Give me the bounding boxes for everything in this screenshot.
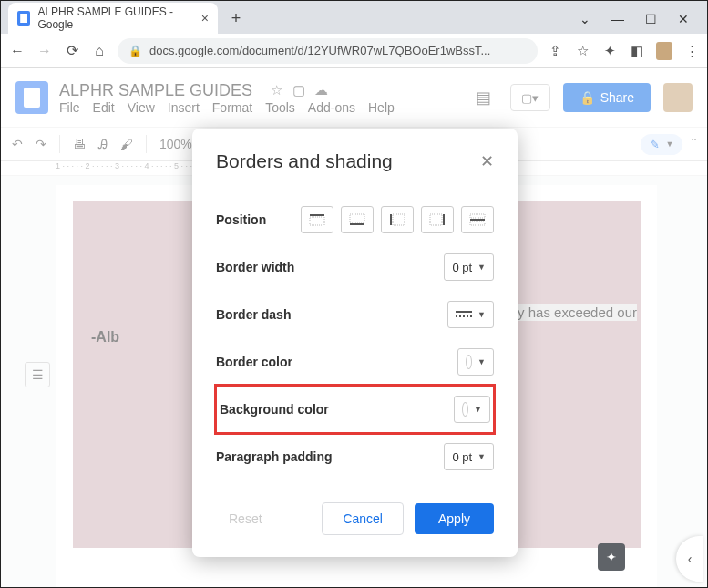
background-color-label: Background color bbox=[220, 402, 329, 417]
url-input[interactable]: 🔒 docs.google.com/document/d/12YUfWR07wL… bbox=[118, 38, 538, 64]
svg-rect-5 bbox=[393, 214, 405, 225]
svg-rect-6 bbox=[443, 214, 445, 225]
dash-preview-icon bbox=[456, 310, 472, 319]
address-bar: ← → ⟳ ⌂ 🔒 docs.google.com/document/d/12Y… bbox=[1, 34, 707, 68]
browser-tab-strip: ALPHR SAMPLE GUIDES - Google × + ⌄ — ☐ ✕ bbox=[1, 1, 707, 34]
border-top-button[interactable] bbox=[301, 206, 333, 233]
chevron-down-icon: ▼ bbox=[477, 357, 486, 366]
share-url-icon[interactable]: ⇪ bbox=[547, 43, 563, 59]
reset-button[interactable]: Reset bbox=[216, 504, 275, 533]
svg-rect-9 bbox=[470, 214, 485, 218]
border-color-dropdown[interactable]: ▼ bbox=[457, 348, 494, 376]
border-width-dropdown[interactable]: 0 pt ▼ bbox=[444, 253, 494, 281]
explore-badge-icon[interactable]: ✦ bbox=[598, 543, 625, 571]
border-width-label: Border width bbox=[216, 260, 294, 274]
apply-button[interactable]: Apply bbox=[415, 503, 494, 534]
paragraph-padding-dropdown[interactable]: 0 pt ▼ bbox=[444, 443, 494, 470]
lock-icon: 🔒 bbox=[128, 45, 142, 57]
border-left-button[interactable] bbox=[381, 206, 414, 233]
border-width-value: 0 pt bbox=[452, 261, 472, 274]
chevron-down-icon: ▼ bbox=[477, 310, 486, 319]
chevron-down-icon: ▼ bbox=[477, 452, 486, 461]
color-swatch-icon bbox=[466, 355, 472, 369]
border-dash-label: Border dash bbox=[216, 307, 291, 322]
border-right-button[interactable] bbox=[421, 206, 454, 233]
paragraph-padding-label: Paragraph padding bbox=[216, 449, 333, 464]
new-tab-button[interactable]: + bbox=[223, 5, 249, 31]
minimize-icon[interactable]: — bbox=[607, 12, 629, 26]
position-group bbox=[301, 206, 494, 233]
background-color-dropdown[interactable]: ▼ bbox=[454, 396, 490, 423]
svg-rect-10 bbox=[470, 222, 485, 225]
forward-icon: → bbox=[36, 43, 54, 59]
caret-down-icon[interactable]: ⌄ bbox=[574, 12, 596, 26]
extension-icon[interactable]: ✦ bbox=[601, 43, 618, 59]
close-dialog-icon[interactable]: ✕ bbox=[480, 151, 494, 171]
close-tab-icon[interactable]: × bbox=[201, 11, 209, 26]
chevron-down-icon: ▼ bbox=[477, 263, 486, 272]
svg-rect-8 bbox=[470, 219, 485, 221]
borders-shading-dialog: Borders and shading ✕ Position Border wi… bbox=[192, 129, 518, 557]
svg-rect-7 bbox=[430, 214, 442, 225]
dialog-title: Borders and shading bbox=[216, 150, 393, 172]
svg-rect-3 bbox=[350, 214, 364, 222]
browser-tab[interactable]: ALPHR SAMPLE GUIDES - Google × bbox=[8, 3, 218, 34]
color-swatch-icon bbox=[462, 402, 468, 417]
url-text: docs.google.com/document/d/12YUfWR07wL7Q… bbox=[149, 44, 490, 57]
border-between-button[interactable] bbox=[461, 206, 494, 233]
maximize-icon[interactable]: ☐ bbox=[640, 12, 662, 26]
border-dash-dropdown[interactable]: ▼ bbox=[447, 301, 494, 328]
position-label: Position bbox=[216, 212, 266, 227]
chevron-down-icon: ▼ bbox=[474, 405, 482, 414]
svg-rect-0 bbox=[310, 214, 324, 216]
docs-favicon bbox=[17, 11, 30, 26]
reload-icon[interactable]: ⟳ bbox=[63, 42, 81, 59]
close-window-icon[interactable]: ✕ bbox=[672, 12, 694, 26]
tab-title: ALPHR SAMPLE GUIDES - Google bbox=[37, 5, 193, 31]
svg-rect-4 bbox=[390, 214, 392, 225]
paragraph-padding-value: 0 pt bbox=[452, 450, 472, 464]
cancel-button[interactable]: Cancel bbox=[322, 502, 404, 535]
border-bottom-button[interactable] bbox=[341, 206, 374, 233]
star-icon[interactable]: ☆ bbox=[574, 43, 590, 59]
home-icon[interactable]: ⌂ bbox=[90, 43, 108, 59]
kebab-menu-icon[interactable]: ⋮ bbox=[683, 43, 700, 59]
window-controls: ⌄ — ☐ ✕ bbox=[574, 12, 707, 34]
back-icon[interactable]: ← bbox=[8, 43, 26, 59]
border-color-label: Border color bbox=[216, 355, 292, 369]
profile-avatar-icon[interactable] bbox=[656, 42, 672, 60]
svg-rect-1 bbox=[310, 217, 324, 225]
addr-right-icons: ⇪ ☆ ✦ ◧ ⋮ bbox=[547, 42, 700, 60]
panel-icon[interactable]: ◧ bbox=[629, 43, 645, 59]
svg-rect-2 bbox=[350, 223, 364, 225]
